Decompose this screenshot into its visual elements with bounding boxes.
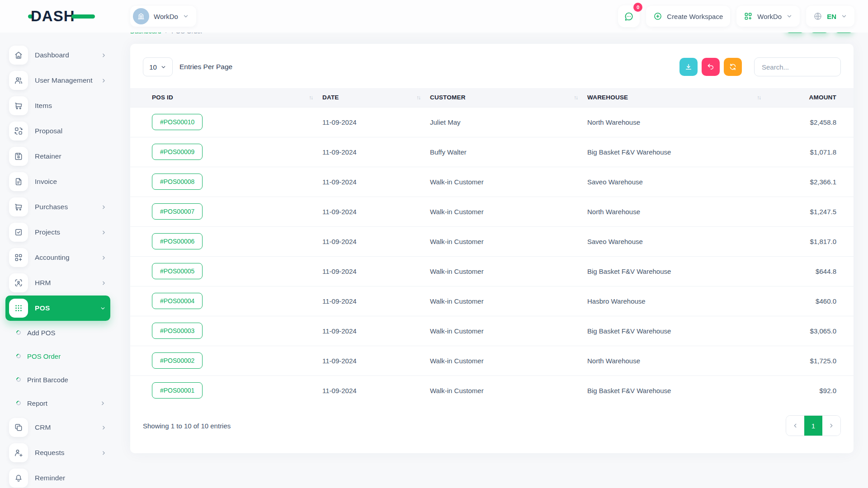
table-row: #POS00010 11-09-2024 Juliet May North Wa… bbox=[130, 107, 854, 137]
chevron-down-icon bbox=[160, 64, 166, 70]
sidebar-item-accounting[interactable]: Accounting bbox=[9, 245, 111, 270]
pos-id-link[interactable]: #POS00002 bbox=[152, 352, 203, 369]
previous-page-button[interactable] bbox=[786, 416, 804, 436]
main-content: Manage POS Order Dashboard › POS Order bbox=[116, 0, 868, 488]
pos-id-link[interactable]: #POS00007 bbox=[152, 203, 203, 220]
sidebar-subitem-pos-order[interactable]: POS Order bbox=[9, 344, 111, 368]
sidebar-subitem-add-pos[interactable]: Add POS bbox=[9, 321, 111, 344]
app-logo[interactable]: DASH bbox=[0, 6, 116, 26]
workspace-switcher[interactable]: WorkDo bbox=[130, 6, 196, 27]
export-button[interactable] bbox=[679, 58, 698, 76]
pos-id-link[interactable]: #POS00006 bbox=[152, 233, 203, 249]
sidebar-subitem-report[interactable]: Report bbox=[9, 391, 111, 415]
header-customer[interactable]: CUSTOMER↑↓ bbox=[430, 88, 587, 107]
table-header-row: POS ID↑↓ DATE↑↓ CUSTOMER↑↓ WAREHOUSE↑↓ A… bbox=[130, 88, 854, 107]
sidebar-item-reminder[interactable]: Reminder bbox=[9, 465, 111, 488]
amount-cell: $2,458.8 bbox=[770, 107, 854, 137]
chevron-right-icon bbox=[101, 255, 107, 261]
pos-id-link[interactable]: #POS00009 bbox=[152, 144, 203, 160]
sort-icon[interactable]: ↑↓ bbox=[309, 94, 312, 101]
header-date[interactable]: DATE↑↓ bbox=[322, 88, 430, 107]
header-amount[interactable]: AMOUNT bbox=[770, 88, 854, 107]
chevron-down-icon bbox=[100, 305, 106, 311]
workspace-avatar bbox=[133, 8, 149, 24]
table-row: #POS00005 11-09-2024 Walk-in Customer Bi… bbox=[130, 256, 854, 286]
date-cell: 11-09-2024 bbox=[322, 137, 430, 167]
pos-id-link[interactable]: #POS00001 bbox=[152, 382, 203, 399]
workspace-name: WorkDo bbox=[154, 13, 178, 20]
header-warehouse[interactable]: WAREHOUSE↑↓ bbox=[587, 88, 770, 107]
date-cell: 11-09-2024 bbox=[322, 286, 430, 316]
table-row: #POS00008 11-09-2024 Walk-in Customer Sa… bbox=[130, 167, 854, 197]
sidebar-item-proposal[interactable]: Proposal bbox=[9, 118, 111, 144]
customer-cell: Walk-in Customer bbox=[430, 226, 587, 256]
file-text-icon bbox=[9, 172, 28, 191]
entries-summary: Showing 1 to 10 of 10 entries bbox=[143, 422, 231, 430]
amount-cell: $2,366.1 bbox=[770, 167, 854, 197]
chevron-down-icon bbox=[841, 13, 847, 19]
refresh-icon bbox=[729, 63, 737, 71]
date-cell: 11-09-2024 bbox=[322, 256, 430, 286]
sidebar-subitem-print-barcode[interactable]: Print Barcode bbox=[9, 368, 111, 391]
amount-cell: $3,065.0 bbox=[770, 316, 854, 346]
users-icon bbox=[9, 71, 28, 90]
chevron-right-icon bbox=[101, 78, 107, 84]
pos-id-link[interactable]: #POS00003 bbox=[152, 323, 203, 339]
chat-bubble-icon bbox=[623, 11, 634, 22]
date-cell: 11-09-2024 bbox=[322, 375, 430, 405]
sidebar-item-items[interactable]: Items bbox=[9, 93, 111, 118]
sidebar-item-retainer[interactable]: Retainer bbox=[9, 144, 111, 169]
language-selector[interactable]: EN bbox=[806, 6, 854, 27]
warehouse-cell: North Warehouse bbox=[587, 197, 770, 226]
page-number-button[interactable]: 1 bbox=[804, 416, 822, 436]
topbar: DASH WorkDo 0 Create Workspace bbox=[0, 0, 868, 33]
customer-cell: Walk-in Customer bbox=[430, 316, 587, 346]
customer-cell: Walk-in Customer bbox=[430, 256, 587, 286]
table-row: #POS00001 11-09-2024 Walk-in Customer Bi… bbox=[130, 375, 854, 405]
sidebar-item-projects[interactable]: Projects bbox=[9, 220, 111, 245]
cart-icon bbox=[9, 96, 28, 115]
sidebar: Dashboard User Management Items Proposal… bbox=[0, 33, 116, 488]
chevron-right-icon bbox=[101, 204, 107, 210]
pos-id-link[interactable]: #POS00004 bbox=[152, 293, 203, 309]
table-row: #POS00006 11-09-2024 Walk-in Customer Sa… bbox=[130, 226, 854, 256]
customer-cell: Juliet May bbox=[430, 107, 587, 137]
pos-order-table: POS ID↑↓ DATE↑↓ CUSTOMER↑↓ WAREHOUSE↑↓ A… bbox=[130, 88, 854, 405]
pagination: 1 bbox=[786, 415, 841, 436]
date-cell: 11-09-2024 bbox=[322, 167, 430, 197]
account-menu[interactable]: WorkDo bbox=[736, 6, 800, 27]
amount-cell: $1,247.5 bbox=[770, 197, 854, 226]
warehouse-cell: Hasbro Warehouse bbox=[587, 286, 770, 316]
search-input[interactable] bbox=[754, 57, 841, 76]
pos-id-link[interactable]: #POS00010 bbox=[152, 114, 203, 130]
next-page-button[interactable] bbox=[822, 416, 840, 436]
customer-cell: Walk-in Customer bbox=[430, 197, 587, 226]
create-workspace-button[interactable]: Create Workspace bbox=[646, 6, 730, 27]
sort-icon[interactable]: ↑↓ bbox=[416, 94, 420, 101]
header-pos-id[interactable]: POS ID↑↓ bbox=[130, 88, 322, 107]
refresh-button[interactable] bbox=[724, 58, 742, 76]
grid-plus-icon bbox=[9, 248, 28, 267]
entries-per-page-select[interactable]: 10 bbox=[143, 57, 173, 76]
pos-id-link[interactable]: #POS00008 bbox=[152, 174, 203, 190]
warehouse-cell: Saveo Warehouse bbox=[587, 226, 770, 256]
pos-id-link[interactable]: #POS00005 bbox=[152, 263, 203, 279]
table-row: #POS00009 11-09-2024 Buffy Walter Big Ba… bbox=[130, 137, 854, 167]
amount-cell: $460.0 bbox=[770, 286, 854, 316]
sidebar-item-dashboard[interactable]: Dashboard bbox=[9, 42, 111, 68]
chevron-left-icon bbox=[792, 422, 798, 429]
sidebar-item-crm[interactable]: CRM bbox=[9, 415, 111, 440]
messenger-button[interactable]: 0 bbox=[618, 5, 640, 27]
amount-cell: $1,071.8 bbox=[770, 137, 854, 167]
sidebar-item-pos[interactable]: POS bbox=[5, 296, 110, 321]
sort-icon[interactable]: ↑↓ bbox=[757, 94, 760, 101]
sidebar-item-hrm[interactable]: HRM bbox=[9, 270, 111, 296]
sidebar-item-purchases[interactable]: Purchases bbox=[9, 194, 111, 220]
sidebar-item-invoice[interactable]: Invoice bbox=[9, 169, 111, 194]
sidebar-item-requests[interactable]: Requests bbox=[9, 440, 111, 465]
reset-button[interactable] bbox=[702, 58, 720, 76]
entries-per-page-label: Entries Per Page bbox=[179, 63, 232, 71]
sidebar-item-user-management[interactable]: User Management bbox=[9, 68, 111, 93]
sort-icon[interactable]: ↑↓ bbox=[574, 94, 577, 101]
chevron-right-icon bbox=[101, 450, 107, 456]
